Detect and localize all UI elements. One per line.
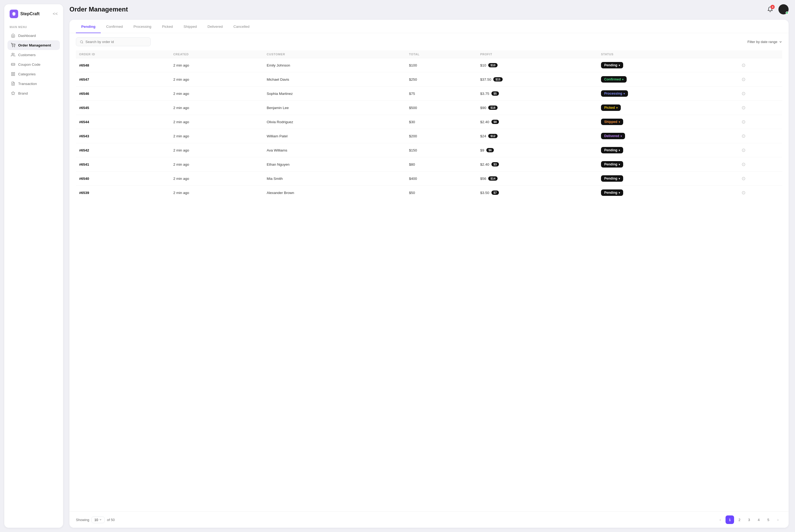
cell-created: 2 min ago [170, 186, 264, 200]
logo-icon [10, 10, 18, 18]
cell-customer: Mia Smith [264, 172, 406, 186]
tab-delivered[interactable]: Delivered [202, 20, 228, 33]
cell-order-id: #6539 [76, 186, 170, 200]
row-action-btn[interactable]: ⊙ [741, 119, 745, 125]
page-2-btn[interactable]: 2 [735, 515, 744, 524]
status-chevron: ▾ [623, 92, 625, 95]
cell-order-id: #6544 [76, 115, 170, 129]
sidebar-item-label: Brand [18, 91, 28, 95]
tab-picked[interactable]: Picked [157, 20, 178, 33]
page-1-btn[interactable]: 1 [725, 515, 734, 524]
page-next-btn[interactable]: › [774, 515, 782, 524]
chevron-down-icon [779, 40, 782, 43]
sidebar-item-transaction[interactable]: Transaction [7, 79, 60, 89]
grid-icon [11, 72, 16, 76]
cell-status: Confirmed ▾ [598, 72, 738, 87]
row-action-btn[interactable]: ⊙ [741, 148, 745, 153]
cell-status: Pending ▾ [598, 58, 738, 72]
tabs-row: PendingConfirmedProcessingPickedShippedD… [70, 20, 789, 33]
col-created: CREATED [170, 51, 264, 58]
status-button[interactable]: Confirmed ▾ [601, 76, 627, 82]
collapse-btn[interactable]: << [53, 12, 58, 16]
filter-btn[interactable]: Filter by date range [747, 40, 782, 44]
cell-action: ⊙ [738, 87, 782, 101]
profit-value: $37.50 [480, 77, 491, 81]
cell-customer: Alexander Brown [264, 186, 406, 200]
sidebar-item-order-management[interactable]: Order Management [7, 40, 60, 50]
page-5-btn[interactable]: 5 [764, 515, 773, 524]
content-card: PendingConfirmedProcessingPickedShippedD… [70, 20, 789, 528]
status-button[interactable]: Processing ▾ [601, 90, 628, 97]
profit-value: $3.75 [480, 92, 489, 96]
profit-badge: $15 [493, 77, 503, 81]
per-page-select[interactable]: 10 [91, 516, 105, 523]
notification-button[interactable]: 4 [765, 4, 775, 15]
star-icon [11, 91, 16, 96]
status-button[interactable]: Pending ▾ [601, 147, 623, 153]
tab-shipped[interactable]: Shipped [178, 20, 202, 33]
table-row: #6547 2 min ago Michael Davis $250 $37.5… [76, 72, 782, 87]
sidebar-item-customers[interactable]: Customers [7, 50, 60, 60]
cell-action: ⊙ [738, 143, 782, 157]
cell-status: Pending ▾ [598, 143, 738, 157]
cell-created: 2 min ago [170, 157, 264, 172]
page-3-btn[interactable]: 3 [745, 515, 753, 524]
page-title: Order Management [70, 6, 128, 13]
cell-profit: $10 $10 [477, 58, 598, 72]
showing-text: Showing 10 of 50 [76, 516, 115, 523]
sidebar-item-dashboard[interactable]: Dashboard [7, 31, 60, 40]
profit-badge: $14 [488, 176, 497, 180]
status-button[interactable]: Picked ▾ [601, 104, 621, 111]
row-action-btn[interactable]: ⊙ [741, 91, 745, 96]
profit-badge: $5 [491, 91, 499, 96]
profit-badge: $8 [491, 120, 499, 124]
cell-customer: Sophia Martinez [264, 87, 406, 101]
search-box[interactable] [76, 37, 151, 46]
page-4-btn[interactable]: 4 [754, 515, 763, 524]
cell-created: 2 min ago [170, 129, 264, 143]
row-action-btn[interactable]: ⊙ [741, 176, 745, 181]
row-action-btn[interactable]: ⊙ [741, 133, 745, 139]
status-button[interactable]: Pending ▾ [601, 189, 623, 196]
status-button[interactable]: Pending ▾ [601, 161, 623, 168]
status-button[interactable]: Pending ▾ [601, 62, 623, 69]
sidebar-item-categories[interactable]: Categories [7, 69, 60, 79]
status-button[interactable]: Pending ▾ [601, 175, 623, 182]
svg-line-13 [82, 42, 83, 43]
top-right: 4 [765, 4, 789, 15]
table-row: #6548 2 min ago Emily Johnson $100 $10 $… [76, 58, 782, 72]
cell-created: 2 min ago [170, 172, 264, 186]
cell-status: Picked ▾ [598, 101, 738, 115]
row-action-btn[interactable]: ⊙ [741, 162, 745, 167]
cell-action: ⊙ [738, 186, 782, 200]
status-button[interactable]: Delivered ▾ [601, 133, 625, 139]
sidebar-item-label: Transaction [18, 82, 37, 86]
table-row: #6540 2 min ago Mia Smith $400 $56 $14 P… [76, 172, 782, 186]
table-wrap: ORDER IDCREATEDCUSTOMERTOTALPROFITSTATUS… [70, 51, 789, 511]
avatar[interactable] [778, 4, 789, 15]
row-action-btn[interactable]: ⊙ [741, 190, 745, 195]
cell-customer: Benjamin Lee [264, 101, 406, 115]
row-action-btn[interactable]: ⊙ [741, 105, 745, 110]
main-content: Order Management 4 PendingConfirmedProce… [67, 0, 795, 532]
cell-customer: Emily Johnson [264, 58, 406, 72]
svg-rect-5 [12, 72, 13, 74]
status-chevron: ▾ [619, 177, 620, 180]
cell-total: $500 [406, 101, 477, 115]
menu-label: MAIN MENU [7, 23, 60, 30]
sidebar-item-brand[interactable]: Brand [7, 89, 60, 98]
row-action-btn[interactable]: ⊙ [741, 62, 745, 68]
tab-pending[interactable]: Pending [76, 20, 101, 33]
row-action-btn[interactable]: ⊙ [741, 77, 745, 82]
page-prev-btn[interactable]: ‹ [716, 515, 724, 524]
app-name: StepCraft [20, 12, 53, 16]
tab-confirmed[interactable]: Confirmed [101, 20, 128, 33]
sidebar-item-coupon-code[interactable]: Coupon Code [7, 60, 60, 69]
coupon-icon [11, 62, 16, 67]
cell-order-id: #6543 [76, 129, 170, 143]
status-button[interactable]: Shipped ▾ [601, 119, 623, 125]
search-input[interactable] [86, 40, 147, 44]
tab-processing[interactable]: Processing [128, 20, 157, 33]
cell-total: $250 [406, 72, 477, 87]
tab-cancelled[interactable]: Cancelled [228, 20, 255, 33]
